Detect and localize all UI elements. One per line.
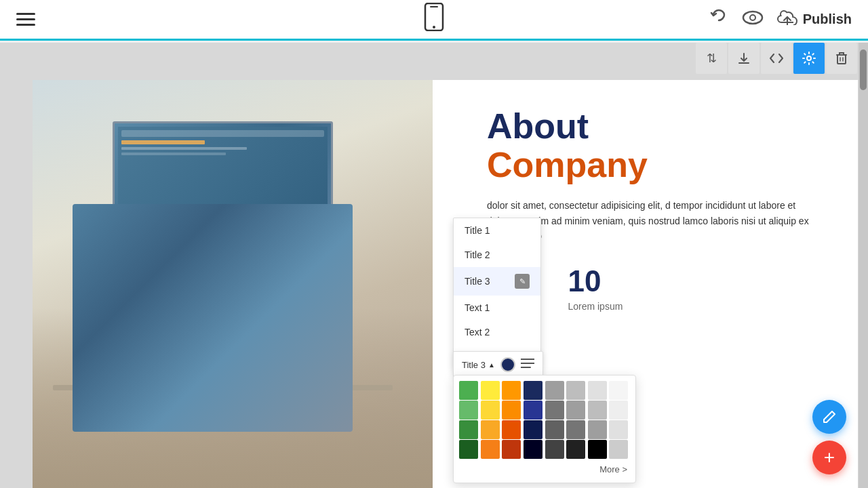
palette-color-cell[interactable] [609,401,628,420]
svg-point-6 [807,56,811,60]
palette-color-cell[interactable] [481,381,500,400]
stat-2-label: Lorem ipsum [568,301,623,312]
cloud-icon [777,10,797,29]
dropdown-item-label: Text 1 [465,302,490,313]
code-button[interactable] [761,43,792,74]
undo-icon[interactable] [709,8,728,31]
palette-color-cell[interactable] [459,420,478,439]
svg-point-1 [433,26,435,28]
style-dropdown-menu: Title 1 Title 2 Title 3 ✎ Text 1 Text 2 … [453,218,541,369]
style-selector[interactable]: Title 3 ▲ [462,360,495,370]
svg-rect-7 [837,55,846,64]
menu-icon[interactable] [16,13,35,26]
palette-color-cell[interactable] [481,420,500,439]
palette-color-cell[interactable] [588,420,607,439]
toolbar-row: ⇅ [696,43,857,74]
palette-color-cell[interactable] [588,440,607,459]
palette-color-cell[interactable] [545,381,564,400]
svg-point-3 [743,12,762,24]
color-picker-bar: Title 3 ▲ [453,351,543,378]
scrollbar[interactable] [859,43,868,488]
canvas: About Company dolor sit amet, consectetu… [0,43,868,488]
more-colors-link[interactable]: More > [454,462,635,477]
palette-color-cell[interactable] [502,401,521,420]
palette-color-cell[interactable] [588,381,607,400]
publish-label: Publish [803,12,852,27]
palette-color-cell[interactable] [609,440,628,459]
palette-color-cell[interactable] [459,401,478,420]
dropdown-item-label: Title 1 [465,225,490,236]
download-button[interactable] [728,43,760,74]
palette-color-cell[interactable] [609,381,628,400]
color-swatch[interactable] [500,357,515,372]
topbar: Publish [0,0,868,41]
topbar-center [423,3,445,36]
site-card: About Company dolor sit amet, consectetu… [33,80,858,488]
dropdown-item-text1[interactable]: Text 1 [454,296,540,320]
about-title: About [487,107,831,146]
laptop-image [33,80,433,488]
palette-color-cell[interactable] [502,420,521,439]
dropdown-item-title2[interactable]: Title 2 [454,243,540,267]
edit-style-icon[interactable]: ✎ [515,274,530,289]
fab-add-button[interactable]: + [812,441,846,474]
style-selector-label: Title 3 [462,360,486,370]
chevron-up-icon: ▲ [488,361,495,369]
palette-color-cell[interactable] [459,440,478,459]
dropdown-item-label: Title 2 [465,249,490,260]
palette-color-cell[interactable] [502,440,521,459]
palette-color-cell[interactable] [566,420,585,439]
palette-color-cell[interactable] [609,420,628,439]
scrollbar-thumb[interactable] [860,49,867,90]
topbar-left [16,13,35,26]
palette-color-cell[interactable] [459,381,478,400]
dropdown-item-label: Title 3 [465,276,490,287]
color-palette-popup: More > [453,375,636,483]
palette-color-cell[interactable] [566,381,585,400]
palette-color-cell[interactable] [524,381,542,400]
sort-button[interactable]: ⇅ [696,43,727,74]
stat-2: 10 Lorem ipsum [568,264,623,312]
palette-color-cell[interactable] [566,440,585,459]
palette-grid [454,375,635,462]
phone-icon[interactable] [423,3,445,36]
palette-color-cell[interactable] [524,420,542,439]
palette-color-cell[interactable] [481,401,500,420]
fab-edit-button[interactable] [812,400,846,434]
palette-color-cell[interactable] [566,401,585,420]
add-icon: + [824,448,835,467]
delete-button[interactable] [826,43,857,74]
dropdown-item-title3[interactable]: Title 3 ✎ [454,267,540,296]
palette-color-cell[interactable] [545,440,564,459]
palette-color-cell[interactable] [481,440,500,459]
dropdown-item-text2[interactable]: Text 2 [454,320,540,344]
company-title: Company [487,146,831,184]
hero-image [33,80,433,488]
svg-point-4 [750,15,755,20]
preview-icon[interactable] [742,8,764,31]
dropdown-item-label: Text 2 [465,327,490,338]
publish-button[interactable]: Publish [777,10,852,29]
align-icon[interactable] [521,358,534,371]
stat-2-number: 10 [568,264,601,298]
palette-color-cell[interactable] [545,420,564,439]
palette-color-cell[interactable] [588,401,607,420]
palette-color-cell[interactable] [502,381,521,400]
palette-color-cell[interactable] [524,401,542,420]
dropdown-item-title1[interactable]: Title 1 [454,218,540,243]
palette-color-cell[interactable] [524,440,542,459]
settings-button[interactable] [793,43,825,74]
topbar-right: Publish [709,8,852,31]
palette-color-cell[interactable] [545,401,564,420]
